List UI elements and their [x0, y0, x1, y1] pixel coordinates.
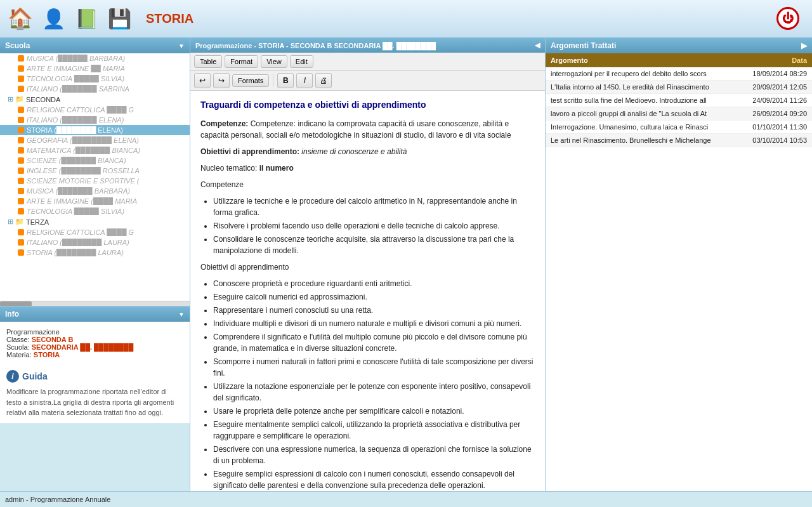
tree-item[interactable]: ⊞📁SECONDA [0, 94, 190, 105]
bullet-icon [18, 198, 24, 204]
tree-item[interactable]: GEOGRAFIA (████████ ELENA) [0, 135, 190, 145]
left-panel: Scuola ▼ MUSICA (██████ BARBARA)ARTE E I… [0, 38, 190, 491]
tree-item[interactable]: STORIA (████████ LAURA) [0, 247, 190, 258]
content-nucleo: Nucleo tematico: il numero [200, 162, 535, 174]
toolbar-separator-1 [273, 74, 273, 87]
data-cell: 26/09/2014 09:20 [739, 107, 812, 121]
list-item: Conoscere proprietà e procedure riguarda… [213, 278, 535, 289]
tree-item[interactable]: STORIA (████████ ELENA) [0, 125, 190, 135]
table-row[interactable]: lavoro a piccoli gruppi di analisi de "L… [546, 107, 812, 121]
undo-button[interactable]: ↩ [194, 73, 211, 88]
content-title: Traguardi di competenza e obiettivi di a… [200, 98, 535, 112]
argomenti-table: Argomento Data interrogazioni per il rec… [546, 53, 812, 147]
redo-button[interactable]: ↪ [213, 73, 230, 88]
bullet-icon [18, 249, 24, 256]
italic-button[interactable]: I [296, 73, 313, 88]
bold-button[interactable]: B [277, 73, 294, 88]
folder-icon: 📁 [15, 218, 24, 226]
bullet-icon [18, 86, 24, 92]
save-button[interactable]: 💾 [105, 4, 133, 32]
tree-item-label: ARTE E IMMAGINE ██ MARIA [27, 65, 125, 72]
top-toolbar: 🏠 👤 📗 💾 STORIA ⏻ [0, 0, 812, 38]
list-item: Utilizzare le tecniche e le procedure de… [213, 195, 535, 218]
tree-item[interactable]: RELIGIONE CATTOLICA ████ G [0, 227, 190, 237]
bullet-icon [18, 208, 24, 214]
format-menu-button[interactable]: Format [225, 55, 258, 68]
list-item: Individuare multipli e divisori di un nu… [213, 318, 535, 329]
tree-item-label: RELIGIONE CATTOLICA ████ G [27, 228, 134, 236]
tree-item[interactable]: MATEMATICA (███████ BIANCA) [0, 145, 190, 155]
tree-item[interactable]: RELIGIONE CATTOLICA ████ G [0, 105, 190, 115]
book-button[interactable]: 📗 [72, 4, 100, 32]
tree-item[interactable]: TECNOLOGIA █████ SILVIA) [0, 74, 190, 84]
bullet-icon [18, 137, 24, 143]
info-collapse-arrow[interactable]: ▼ [178, 311, 185, 318]
materia-value: STORIA [34, 351, 60, 359]
tree-item[interactable]: ARTE E IMMAGINE ██ MARIA [0, 63, 190, 74]
info-scuola: Scuola: SECONDARIA ██. ████████ [6, 343, 183, 351]
print-button[interactable]: 🖨 [315, 73, 332, 88]
tree-scrollbar[interactable] [0, 301, 190, 306]
bullet-icon [18, 55, 24, 62]
scuola-label: Scuola [5, 41, 30, 50]
scuola-collapse-arrow[interactable]: ▼ [178, 43, 185, 49]
tree-item[interactable]: SCIENZE (███████ BIANCA) [0, 155, 190, 166]
tree-item-label: SECONDA [26, 96, 60, 103]
bullet-icon [18, 127, 24, 133]
tree-item[interactable]: TECNOLOGIA █████ SILVIA) [0, 206, 190, 216]
bullet-icon [18, 229, 24, 235]
power-button[interactable]: ⏻ [776, 7, 799, 30]
tree-item[interactable]: MUSICA (███████ BARBARA) [0, 186, 190, 196]
editor-content[interactable]: Traguardi di competenza e obiettivi di a… [190, 91, 545, 491]
argomento-cell: L'Italia intorno al 1450. Le eredità del… [546, 81, 739, 94]
formats-dropdown[interactable]: Formats [232, 74, 269, 87]
scuola-label2: Scuola: [6, 343, 30, 351]
view-menu-button[interactable]: View [261, 55, 287, 68]
school-tree[interactable]: MUSICA (██████ BARBARA)ARTE E IMMAGINE █… [0, 53, 190, 301]
bullet-icon [18, 65, 24, 72]
content-intro-competenze: Competenze: Competenze: indicano la comp… [200, 118, 535, 141]
table-row[interactable]: Interrogazione. Umanesimo, cultura laica… [546, 121, 812, 134]
tree-item[interactable]: ITALIANO (███████ SABRINA [0, 84, 190, 94]
materia-label: Materia: [6, 351, 32, 359]
tree-item[interactable]: INGLESE (████████ ROSSELLA [0, 166, 190, 176]
table-menu-button[interactable]: Table [194, 55, 222, 68]
table-row[interactable]: test scritto sulla fine del Medioevo. In… [546, 94, 812, 107]
tree-item-label: ITALIANO (████████ LAURA) [27, 239, 129, 246]
tree-item[interactable]: ARTE E IMMAGINE (████ MARIA [0, 196, 190, 206]
table-row[interactable]: L'Italia intorno al 1450. Le eredità del… [546, 81, 812, 94]
table-row[interactable]: Le arti nel Rinascimento. Brunelleschi e… [546, 134, 812, 147]
right-header-expand[interactable]: ▶ [801, 41, 807, 50]
info-content: Programmazione Classe: SECONDA B Scuola:… [0, 322, 190, 365]
col-data-header: Data [739, 53, 812, 67]
main-layout: Scuola ▼ MUSICA (██████ BARBARA)ARTE E I… [0, 38, 812, 491]
tree-item[interactable]: ITALIANO (███████ ELENA) [0, 115, 190, 125]
bullet-icon [18, 76, 24, 82]
info-label: Info [5, 310, 19, 319]
tree-item[interactable]: ⊞📁TERZA [0, 216, 190, 227]
list-item: Descrivere con una espressione numerica,… [213, 444, 535, 466]
user-button[interactable]: 👤 [39, 4, 67, 32]
list-item: Usare le proprietà delle potenze anche p… [213, 405, 535, 417]
editor-header-collapse[interactable]: ◀ [535, 41, 540, 49]
folder-expand-icon[interactable]: ⊞ [8, 218, 13, 226]
programmazione-label: Programmazione [6, 328, 60, 336]
tree-item-label: TECNOLOGIA █████ SILVIA) [27, 75, 124, 82]
guide-section: i Guida Modificare la programmazione rip… [0, 365, 190, 423]
folder-expand-icon[interactable]: ⊞ [8, 95, 13, 103]
tree-item-label: GEOGRAFIA (████████ ELENA) [27, 136, 139, 144]
list-item: Eseguire semplici espressioni di calcolo… [213, 468, 535, 491]
guide-title-text: Guida [22, 371, 48, 381]
bullet-icon [18, 157, 24, 164]
tree-item[interactable]: SCIENZE MOTORIE E SPORTIVE ( [0, 176, 190, 186]
home-button[interactable]: 🏠 [6, 4, 34, 32]
tree-item[interactable]: ITALIANO (████████ LAURA) [0, 237, 190, 247]
tree-item-label: MUSICA (███████ BARBARA) [27, 187, 130, 195]
status-text: admin - Programmazione Annuale [5, 496, 110, 503]
col-argomento-header: Argomento [546, 53, 739, 67]
tree-item-label: MUSICA (██████ BARBARA) [27, 55, 125, 62]
info-classe: Classe: SECONDA B [6, 336, 183, 343]
edit-menu-button[interactable]: Edit [290, 55, 313, 68]
table-row[interactable]: interrogazioni per il recupero del debit… [546, 67, 812, 81]
tree-item[interactable]: MUSICA (██████ BARBARA) [0, 53, 190, 63]
